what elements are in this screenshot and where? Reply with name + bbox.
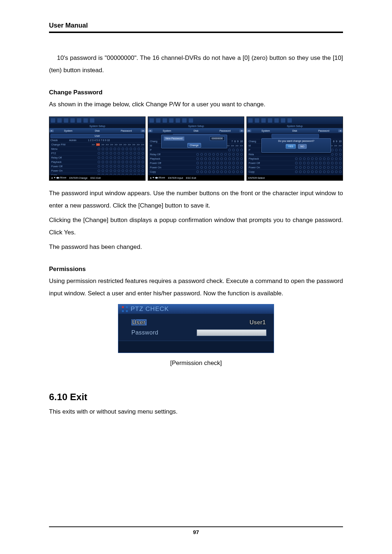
toolbar-icon — [268, 118, 272, 123]
toolbar-icon — [255, 118, 259, 123]
ptz-title-bar: PTZ CHECK — [118, 304, 274, 314]
col-check: Check — [50, 139, 69, 141]
row-label: Power Off — [248, 162, 268, 164]
row-cells — [169, 157, 243, 160]
ptz-password-input[interactable] — [197, 329, 266, 336]
tab-arrow-right[interactable]: > — [338, 130, 343, 132]
dvr-row: Power Off — [248, 161, 342, 165]
row-cells — [70, 152, 144, 155]
row-cells — [169, 171, 243, 173]
dvr-row: Power Off — [149, 161, 243, 165]
cp-para-2: Clicking the [Change] button displays a … — [49, 214, 343, 239]
toolbar-icon — [248, 118, 253, 123]
toolbar-icon — [163, 118, 167, 123]
row-label: P — [149, 149, 169, 151]
ptz-user-label: User — [131, 319, 147, 325]
popup-change-button[interactable]: Change — [187, 143, 201, 148]
toolbar-icon — [189, 118, 193, 123]
status-enter: ENTER:Change — [69, 177, 87, 179]
dvr-body: User Check Admin 1 2 3 4 5 6 7 8 9 10 Ch… — [49, 133, 145, 175]
dvr-row: PTZ — [50, 151, 144, 155]
row-cells — [268, 171, 342, 173]
permissions-text: Using permission restricted features req… — [49, 275, 343, 300]
row-cells — [70, 169, 144, 172]
tab-arrow-left[interactable]: < — [49, 130, 54, 132]
ptz-caption: [Permission check] — [49, 360, 343, 367]
row-cells — [268, 166, 342, 169]
dvr-row: Playback — [50, 160, 144, 164]
tab-disk[interactable]: Disk — [83, 130, 112, 132]
row-label: Power Off — [50, 165, 70, 168]
popup-yes-button[interactable]: YES — [286, 144, 296, 149]
tab-disk[interactable]: Disk — [181, 130, 211, 132]
dvr-body: Chang8910 M>>>>>> P Rela Playback Power … — [247, 133, 343, 175]
header-rule — [49, 32, 343, 33]
toolbar-icon — [156, 118, 160, 123]
dvr-row: Playback — [149, 156, 243, 161]
row-cells — [70, 165, 144, 168]
dvr-row: Copy — [248, 169, 342, 174]
dvr-subheader — [271, 134, 319, 138]
row-label: Playback — [149, 157, 169, 160]
popup-no-button[interactable]: NO — [298, 144, 307, 149]
dvr-status-bar: ENTER:Select — [247, 175, 343, 180]
ptz-title-text: PTZ CHECK — [131, 305, 169, 313]
change-password-lead: As shown in the image below, click Chang… — [49, 98, 343, 111]
dvr-row: Change P/W >>>>>>>>>>>>>>>>>>>>>>>> — [50, 142, 144, 147]
ptz-footer — [118, 341, 274, 353]
popup-confirm-text: Do you want change password? — [262, 139, 331, 143]
cp-para-3: The password has been changed. — [49, 241, 343, 253]
ptz-screenshot: PTZ CHECK User User1 Password — [118, 304, 274, 353]
dvr-tabs: < System Disk Password > — [49, 128, 145, 133]
toolbar-icon — [169, 118, 173, 123]
toolbar-icon — [51, 118, 55, 123]
dvr-heading-bar: System Setup — [49, 124, 145, 128]
popup-confirm: Do you want change password? YES NO — [261, 138, 331, 153]
tab-disk[interactable]: Disk — [280, 130, 309, 132]
exit-text: This exits with or without saving menu s… — [49, 406, 343, 418]
tab-password[interactable]: Password — [309, 130, 338, 132]
cp-para-1: The password input window appears. Use t… — [49, 187, 343, 212]
ptz-user-value[interactable]: User1 — [250, 319, 266, 326]
toolbar-icon — [274, 118, 279, 123]
running-header: User Manual — [49, 22, 343, 32]
row-label: Relay Off — [149, 153, 169, 156]
col-admin: Admin — [69, 139, 88, 141]
heading-permissions: Permissions — [49, 266, 343, 273]
popup-change-password: New Password 00000000 Change — [161, 135, 227, 148]
row-label: Menu — [50, 148, 70, 150]
tab-arrow-right[interactable]: > — [240, 130, 244, 132]
page-number: 97 — [0, 529, 392, 535]
dvr-row: Relay Off — [149, 152, 243, 156]
dvr-screenshot-row: System Setup < System Disk Password > Us… — [49, 116, 343, 181]
tab-password[interactable]: Password — [211, 130, 240, 132]
footer-rule — [49, 526, 343, 527]
row-cells — [70, 156, 144, 159]
toolbar-icon — [287, 118, 292, 123]
toolbar-icon — [281, 118, 285, 123]
tab-system[interactable]: System — [54, 130, 83, 132]
toolbar-icon — [261, 118, 266, 123]
dvr-row: Power On — [50, 168, 144, 173]
dvr-toolbar — [148, 117, 244, 124]
status-move: ▲▼◀▶:Move — [51, 176, 66, 179]
row-label: Relay Off — [50, 156, 70, 159]
tab-arrow-left[interactable]: < — [247, 130, 251, 132]
tab-arrow-left[interactable]: < — [148, 130, 152, 132]
row-label: Playback — [248, 157, 268, 160]
tab-password[interactable]: Password — [112, 130, 141, 132]
row-label: Copy — [248, 171, 268, 173]
toolbar-icon — [176, 118, 180, 123]
tab-system[interactable]: System — [251, 130, 280, 132]
popup-label: New Password — [164, 136, 184, 141]
dvr-panel-2: System Setup < System Disk Password > Ch… — [148, 116, 244, 181]
row-cells — [268, 157, 342, 160]
tab-system[interactable]: System — [152, 130, 181, 132]
status-move: ▲▼◀▶:Move — [150, 176, 165, 179]
popup-value[interactable]: 00000000 — [210, 136, 225, 141]
tab-arrow-right[interactable]: > — [141, 130, 145, 132]
row-cells — [70, 161, 144, 163]
heading-change-password: Change Password — [49, 89, 343, 96]
status-esc: ESC:Exit — [90, 177, 101, 179]
dvr-heading-bar: System Setup — [247, 124, 343, 128]
